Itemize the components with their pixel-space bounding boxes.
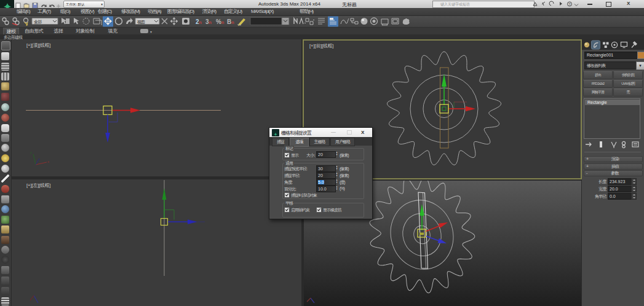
svg-text:%n: %n [216,18,224,25]
svg-text:视图: 视图 [137,20,145,25]
svg-text:全部: 全部 [34,20,42,25]
svg-text:y: y [30,151,32,154]
svg-text:3n: 3n [205,18,212,25]
svg-text:2n: 2n [196,18,202,25]
svg-text:x: x [47,160,49,163]
svg-text:Bn: Bn [227,18,234,25]
